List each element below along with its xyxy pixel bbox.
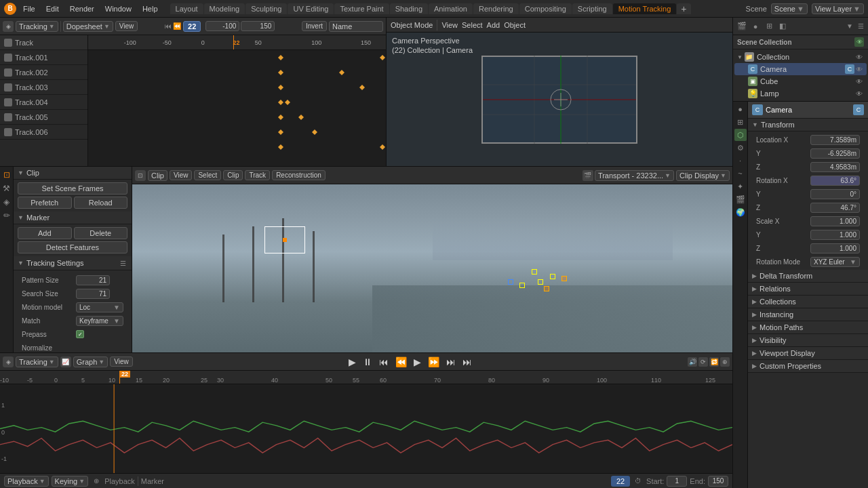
- marker-1[interactable]: [532, 269, 537, 274]
- track-header-0[interactable]: Track: [0, 35, 87, 50]
- rotation-y-value[interactable]: 0°: [810, 189, 860, 199]
- location-z-value[interactable]: 4.9583m: [810, 162, 860, 172]
- invert-btn[interactable]: Invert: [302, 21, 327, 31]
- annotation-icon[interactable]: ✏: [1, 210, 12, 221]
- relations-header[interactable]: ▶ Relations: [748, 283, 868, 296]
- view-layer-selector[interactable]: View Layer ▼: [812, 3, 864, 14]
- props-constraints-icon[interactable]: ✦: [734, 180, 747, 192]
- track-header-2[interactable]: Track.002: [0, 65, 87, 80]
- delete-marker-btn[interactable]: Delete: [74, 227, 128, 239]
- sync-icon[interactable]: ⟳: [698, 357, 708, 367]
- scale-z-value[interactable]: 1.000: [810, 243, 860, 253]
- workspace-uv[interactable]: UV Editing: [288, 3, 334, 14]
- tree-lamp[interactable]: 💡 Lamp 👁: [734, 87, 867, 100]
- next-frame-btn[interactable]: ⏭: [444, 357, 458, 367]
- scale-y-value[interactable]: 1.000: [810, 230, 860, 240]
- rotation-z-value[interactable]: 46.7°: [810, 203, 860, 213]
- transport-icon[interactable]: 🎬: [583, 170, 593, 181]
- viewport-display-header[interactable]: ▶ Viewport Display: [748, 347, 868, 360]
- workspace-rendering[interactable]: Rendering: [473, 3, 519, 14]
- frame-start-field[interactable]: -100: [205, 21, 239, 31]
- dopesheet-dropdown[interactable]: Dopesheet ▼: [63, 21, 113, 32]
- clip-display-dropdown[interactable]: Clip Display ▼: [676, 170, 730, 181]
- clip-section-header[interactable]: ▼ Clip: [14, 167, 132, 180]
- view-btn-clip[interactable]: View: [170, 170, 193, 180]
- frame-end-field[interactable]: 150: [241, 21, 275, 31]
- play-btn[interactable]: ▶: [347, 357, 358, 367]
- props-object-icon[interactable]: ⬡: [734, 129, 747, 141]
- last-frame-btn[interactable]: ⏭: [460, 357, 474, 367]
- transport-dropdown[interactable]: Transport - 23232... ▼: [595, 170, 674, 181]
- workspace-texture[interactable]: Texture Paint: [334, 3, 389, 14]
- eye-icon-sc[interactable]: 👁: [854, 37, 864, 47]
- marker-5[interactable]: [519, 283, 525, 288]
- marker-blue[interactable]: [508, 279, 513, 285]
- track-btn-clip[interactable]: Track: [245, 170, 270, 180]
- dopesheet-mode-icon[interactable]: ◈: [3, 21, 14, 32]
- next-keyframe-btn[interactable]: ⏩: [426, 357, 441, 367]
- track-header-1[interactable]: Track.001: [0, 50, 87, 65]
- current-frame-field[interactable]: 22: [183, 21, 201, 32]
- view-btn-top[interactable]: View: [115, 21, 138, 31]
- clip-editor-icon[interactable]: ⊡: [135, 170, 146, 181]
- marker-section-header[interactable]: ▼ Marker: [14, 211, 132, 224]
- eye-icon-lamp[interactable]: 👁: [854, 89, 864, 98]
- visibility-header[interactable]: ▶ Visibility: [748, 334, 868, 347]
- track-header-6[interactable]: Track.006: [0, 125, 87, 140]
- props-world-icon[interactable]: 🌍: [734, 206, 747, 218]
- frame-number-display[interactable]: 22: [611, 476, 630, 487]
- camera-data-icon[interactable]: C: [845, 64, 854, 74]
- props-render-icon[interactable]: ●: [734, 103, 747, 115]
- menu-help[interactable]: Help: [138, 3, 162, 14]
- tools-icon[interactable]: ⚒: [1, 183, 12, 194]
- custom-properties-header[interactable]: ▶ Custom Properties: [748, 360, 868, 373]
- add-marker-btn[interactable]: Add: [18, 227, 72, 239]
- rp-output-icon[interactable]: ⊞: [763, 20, 775, 33]
- graph-tracking-dropdown[interactable]: Tracking ▼: [16, 357, 58, 367]
- reconstruction-btn-clip[interactable]: Reconstruction: [272, 170, 326, 180]
- object-data-icon[interactable]: C: [853, 104, 864, 115]
- tree-camera[interactable]: C Camera C 👁: [734, 63, 867, 75]
- eye-icon-cube[interactable]: 👁: [854, 77, 864, 86]
- graph-icon[interactable]: 📈: [60, 357, 71, 367]
- tracking-settings-header[interactable]: ▼ Tracking Settings ☰: [14, 256, 132, 270]
- eye-icon-cam[interactable]: 👁: [854, 64, 864, 74]
- track-header-4[interactable]: Track.004: [0, 95, 87, 110]
- workspace-animation[interactable]: Animation: [429, 3, 473, 14]
- workspace-scripting[interactable]: Scripting: [572, 3, 612, 14]
- tracking-dropdown-clip[interactable]: Clip: [148, 170, 167, 181]
- rp-render-icon[interactable]: ●: [749, 20, 762, 33]
- marker-label[interactable]: Marker: [141, 477, 164, 485]
- scale-x-value[interactable]: 1.000: [810, 216, 860, 226]
- rp-options-icon[interactable]: ☰: [856, 22, 865, 31]
- location-x-value[interactable]: 7.3589m: [810, 135, 860, 145]
- viewport-select-btn[interactable]: Select: [462, 21, 483, 29]
- menu-edit[interactable]: Edit: [42, 3, 63, 14]
- pattern-size-field[interactable]: 21: [76, 275, 110, 285]
- collections-header[interactable]: ▶ Collections: [748, 296, 868, 308]
- tracking-dropdown-top[interactable]: Tracking ▼: [16, 21, 58, 32]
- workspace-sculpting[interactable]: Sculpting: [245, 3, 287, 14]
- menu-render[interactable]: Render: [66, 3, 98, 14]
- loop-icon[interactable]: 🔁: [709, 357, 719, 367]
- graph-mode-icon[interactable]: ◈: [3, 357, 14, 367]
- search-size-field[interactable]: 71: [76, 289, 110, 299]
- playback-dropdown[interactable]: Playback ▼: [4, 476, 49, 487]
- pause-btn[interactable]: ⏸: [361, 357, 374, 367]
- props-output-icon[interactable]: ⊞: [734, 116, 747, 128]
- detect-features-btn[interactable]: Detect Features: [18, 241, 127, 253]
- workspace-add[interactable]: +: [677, 3, 690, 14]
- motion-paths-header[interactable]: ▶ Motion Paths: [748, 321, 868, 334]
- props-particles-icon[interactable]: ·: [734, 155, 747, 167]
- delta-transform-header[interactable]: ▶ Delta Transform: [748, 270, 868, 283]
- view-label-playback[interactable]: Playback: [104, 477, 135, 485]
- graph-dropdown[interactable]: Graph ▼: [73, 357, 108, 367]
- select-btn-clip[interactable]: Select: [194, 170, 221, 180]
- view-icon-playback[interactable]: ⊕: [91, 476, 102, 487]
- instancing-header[interactable]: ▶ Instancing: [748, 308, 868, 321]
- workspace-motion-tracking[interactable]: Motion Tracking: [613, 3, 677, 14]
- selected-track-box[interactable]: [264, 226, 305, 253]
- menu-file[interactable]: File: [19, 3, 39, 14]
- location-y-value[interactable]: -6.9258m: [810, 148, 860, 159]
- viewport-view-btn[interactable]: View: [441, 21, 458, 29]
